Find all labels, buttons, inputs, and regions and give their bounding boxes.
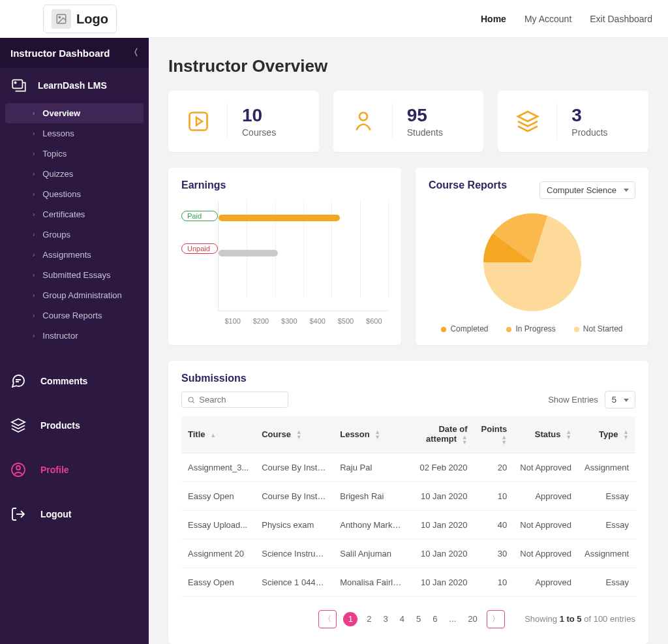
- col-status[interactable]: Status ▲▼: [513, 416, 578, 453]
- showing-suffix: of 100 entries: [582, 614, 635, 624]
- sidebar-section-lms[interactable]: LearnDash LMS: [0, 68, 149, 99]
- sidebar-item-certificates[interactable]: ›Certificates: [5, 204, 144, 224]
- sidebar-item-topics[interactable]: ›Topics: [5, 144, 144, 164]
- legend-in-progress: In Progress: [506, 324, 555, 333]
- topbar-home-link[interactable]: Home: [481, 14, 506, 24]
- chevron-right-icon: ›: [33, 191, 35, 198]
- cell-status: Approved: [513, 568, 578, 596]
- sidebar-item-overview[interactable]: ›Overview: [5, 103, 144, 123]
- search-box[interactable]: [181, 391, 288, 408]
- sidebar-item-label: Questions: [42, 189, 81, 199]
- col-course[interactable]: Course ▲▼: [255, 416, 333, 453]
- pie-legend: Completed In Progress Not Started: [429, 324, 635, 333]
- sidebar-item-groups[interactable]: ›Groups: [5, 224, 144, 245]
- pie-graphic: [483, 213, 581, 311]
- col-label: Title: [188, 429, 205, 439]
- course-reports-panel: Course Reports Computer Science Complete…: [416, 168, 648, 345]
- pagination-page[interactable]: 4: [397, 614, 407, 624]
- stat-row: 10 Courses 95 Students: [168, 91, 648, 152]
- logo-image-icon: [52, 9, 71, 29]
- topbar-exit-link[interactable]: Exit Dashboard: [590, 14, 652, 24]
- pagination-page[interactable]: 3: [381, 614, 391, 624]
- pagination-page[interactable]: 1: [343, 612, 357, 626]
- legend-label: Not Started: [583, 324, 623, 333]
- sidebar-item-products[interactable]: Products: [0, 403, 149, 448]
- submissions-panel: Submissions Show Entries 5: [168, 361, 648, 644]
- unpaid-pill: Unpaid: [181, 243, 218, 254]
- sidebar-item-logout[interactable]: Logout: [0, 492, 149, 536]
- stat-label: Students: [407, 127, 443, 138]
- table-row[interactable]: Assignment 20Science InstructorSalil Anj…: [181, 539, 635, 568]
- table-header-row: Title ▲ Course ▲▼ Lesson ▲▼ Date of atte…: [181, 416, 635, 453]
- earnings-plot: $100 $200 $300 $400 $500 $600: [218, 200, 388, 311]
- sidebar-title[interactable]: Instructor Dashboard 〈: [0, 38, 149, 68]
- col-type[interactable]: Type ▲▼: [578, 416, 635, 453]
- cell-points: 20: [474, 453, 514, 482]
- table-row[interactable]: Eassy OpenScience 1 044agfMonalisa Fairl…: [181, 568, 635, 596]
- chevron-right-icon: ›: [33, 292, 35, 299]
- topbar-my-account-link[interactable]: My Account: [524, 14, 571, 24]
- col-date[interactable]: Date of attempt ▲▼: [412, 416, 474, 453]
- sort-icon: ▲▼: [374, 429, 380, 440]
- col-title[interactable]: Title ▲: [181, 416, 255, 453]
- cell-title: Eassy Open: [181, 568, 255, 596]
- cell-title: Assignment 20: [181, 539, 255, 568]
- table-row[interactable]: Eassy OpenCourse By InstructorBrigesh Ra…: [181, 482, 635, 510]
- sidebar-item-comments[interactable]: Comments: [0, 359, 149, 403]
- sidebar-item-label: Lessons: [42, 129, 74, 138]
- table-row[interactable]: Assignment_3...Course By InstructorRaju …: [181, 453, 635, 482]
- course-select[interactable]: Computer Science: [539, 181, 635, 199]
- sidebar-item-profile[interactable]: Profile: [0, 448, 149, 492]
- sidebar-item-questions[interactable]: ›Questions: [5, 184, 144, 204]
- xtick: $600: [360, 317, 388, 325]
- cell-type: Essay: [578, 482, 635, 510]
- col-label: Points: [481, 424, 508, 434]
- sidebar-item-label: Groups: [42, 230, 70, 239]
- table-row[interactable]: Essay Upload...Physics examAnthony Marku…: [181, 510, 635, 539]
- cell-status: Not Approved: [513, 539, 578, 568]
- col-points[interactable]: Points ▲▼: [474, 416, 514, 453]
- sidebar-item-submitted-essays[interactable]: ›Submitted Essays: [5, 265, 144, 285]
- showing-text: Showing 1 to 5 of 100 entries: [524, 614, 635, 624]
- divider: [556, 104, 557, 139]
- col-label: Course: [262, 429, 291, 439]
- cell-date: 10 Jan 2020: [412, 510, 474, 539]
- stat-label: Courses: [242, 127, 276, 138]
- show-entries-select[interactable]: 5: [605, 391, 635, 408]
- sidebar-title-label: Instructor Dashboard: [10, 48, 110, 59]
- chevron-right-icon: ›: [33, 231, 35, 238]
- svg-rect-6: [190, 113, 207, 130]
- svg-point-8: [189, 397, 193, 401]
- pagination-prev-button[interactable]: 〈: [318, 610, 337, 628]
- earnings-chart: Paid Unpaid $100 $200 $300 $400: [181, 200, 388, 311]
- panel-title: Earnings: [181, 179, 388, 191]
- pagination-page[interactable]: 20: [465, 614, 479, 624]
- legend-label: Completed: [450, 324, 488, 333]
- col-lesson[interactable]: Lesson ▲▼: [333, 416, 412, 453]
- svg-point-5: [16, 466, 20, 470]
- sidebar-item-assignments[interactable]: ›Assignments: [5, 245, 144, 265]
- stat-value: 95: [407, 105, 443, 126]
- xtick: $200: [247, 317, 275, 325]
- sidebar-item-group-administration[interactable]: ›Group Administration: [5, 285, 144, 305]
- panel-title: Course Reports: [429, 179, 507, 191]
- divider: [392, 104, 393, 139]
- sidebar-item-instructor[interactable]: ›Instructor: [5, 326, 144, 346]
- pagination-page[interactable]: 2: [364, 614, 374, 624]
- cell-lesson: Brigesh Rai: [333, 482, 412, 510]
- pagination-next-button[interactable]: 〉: [487, 610, 505, 628]
- user-icon: [349, 107, 378, 136]
- svg-point-3: [15, 82, 16, 84]
- pagination-page[interactable]: 5: [414, 614, 423, 624]
- sidebar-item-label: Profile: [40, 465, 69, 475]
- pagination-page[interactable]: 6: [430, 614, 440, 624]
- sidebar-item-lessons[interactable]: ›Lessons: [5, 123, 144, 144]
- earnings-series-labels: Paid Unpaid: [181, 200, 218, 311]
- show-entries-label: Show Entries: [548, 395, 598, 405]
- stat-value: 10: [242, 105, 276, 126]
- sidebar-item-course-reports[interactable]: ›Course Reports: [5, 305, 144, 326]
- cell-lesson: Salil Anjuman: [333, 539, 412, 568]
- sort-asc-icon: ▲: [210, 433, 216, 438]
- sidebar-item-quizzes[interactable]: ›Quizzes: [5, 164, 144, 184]
- search-input[interactable]: [199, 395, 282, 405]
